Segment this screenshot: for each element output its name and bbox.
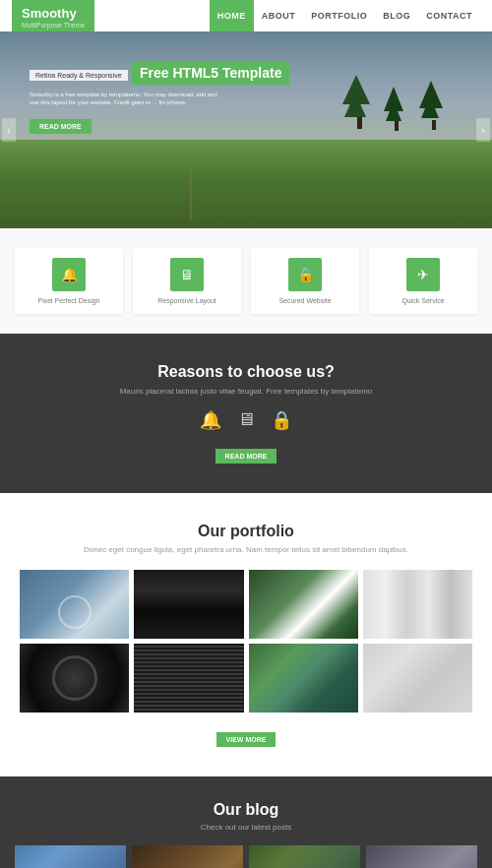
plane-icon: ✈ xyxy=(406,258,440,291)
feature-pixel-perfect: 🔔 Pixel Perfect Design xyxy=(15,248,123,314)
nav-portfolio[interactable]: PORTFOLIO xyxy=(303,0,375,31)
portfolio-item-1[interactable] xyxy=(20,570,129,639)
main-nav: HOME ABOUT PORTFOLIO BLOG CONTACT xyxy=(210,0,480,31)
reasons-readmore-button[interactable]: Read More xyxy=(215,449,277,464)
logo[interactable]: Smoothy MultiPurpose Theme xyxy=(12,0,94,31)
blog-thumb-4 xyxy=(366,845,477,868)
blog-card-1[interactable]: New Touring xyxy=(15,845,126,868)
reasons-monitor-icon: 🖥 xyxy=(237,409,255,431)
portfolio-item-2[interactable] xyxy=(134,570,243,639)
portfolio-viewmore-button[interactable]: View More xyxy=(216,732,277,747)
portfolio-section: Our portfolio Donec eget congue ligula, … xyxy=(0,493,492,776)
portfolio-item-5[interactable] xyxy=(20,644,129,713)
portfolio-title: Our portfolio xyxy=(20,523,472,540)
feature-label-1: Pixel Perfect Design xyxy=(20,297,118,304)
hero-tag: Retina Ready & Responsive xyxy=(30,70,128,81)
blog-grid: New Touring Coffee Shop Tea Time xyxy=(15,845,477,868)
portfolio-item-8[interactable] xyxy=(363,644,472,713)
hero-title: Free HTML5 Template xyxy=(132,61,289,85)
portfolio-item-6[interactable] xyxy=(134,644,243,713)
blog-subtitle: Check out our latest posts xyxy=(15,823,477,832)
blog-card-3[interactable]: Tea Time xyxy=(249,845,360,868)
hero-next-arrow[interactable]: › xyxy=(476,118,490,142)
portfolio-desc: Donec eget congue ligula, eget pharetra … xyxy=(20,545,472,554)
site-header: Smoothy MultiPurpose Theme HOME ABOUT PO… xyxy=(0,0,492,31)
nav-home[interactable]: HOME xyxy=(210,0,254,31)
logo-name: Smoothy xyxy=(22,6,77,21)
portfolio-item-4[interactable] xyxy=(363,570,472,639)
reasons-desc: Mauris placerat lacinia justo vitae feug… xyxy=(20,387,472,396)
features-section: 🔔 Pixel Perfect Design 🖥 Responsive Layo… xyxy=(0,228,492,334)
reasons-bell-icon: 🔔 xyxy=(200,409,221,431)
feature-responsive: 🖥 Responsive Layout xyxy=(133,248,241,314)
lock-icon: 🔒 xyxy=(288,258,322,291)
feature-label-2: Responsive Layout xyxy=(138,297,236,304)
blog-thumb-1 xyxy=(15,845,126,868)
nav-contact[interactable]: CONTACT xyxy=(418,0,480,31)
hero-prev-arrow[interactable]: ‹ xyxy=(2,118,16,142)
reasons-icons: 🔔 🖥 🔒 xyxy=(20,409,472,431)
blog-card-2[interactable]: Coffee Shop xyxy=(132,845,243,868)
portfolio-item-3[interactable] xyxy=(249,570,358,639)
feature-secured: 🔒 Secured Website xyxy=(251,248,359,314)
hero-section: Retina Ready & Responsive Free HTML5 Tem… xyxy=(0,31,492,228)
hero-content: Retina Ready & Responsive Free HTML5 Tem… xyxy=(30,61,289,134)
hero-readmore-button[interactable]: Read More xyxy=(30,119,92,134)
monitor-icon: 🖥 xyxy=(170,258,204,291)
hero-desc: Smoothy is a free template by templatemo… xyxy=(30,91,226,107)
reasons-title: Reasons to choose us? xyxy=(20,363,472,381)
blog-thumb-3 xyxy=(249,845,360,868)
bell-icon: 🔔 xyxy=(52,258,86,291)
feature-quick-service: ✈ Quick Service xyxy=(369,248,477,314)
nav-blog[interactable]: BLOG xyxy=(375,0,418,31)
nav-about[interactable]: ABOUT xyxy=(254,0,304,31)
logo-sub: MultiPurpose Theme xyxy=(22,22,85,29)
reasons-lock-icon: 🔒 xyxy=(271,409,292,431)
portfolio-grid xyxy=(20,570,472,713)
blog-card-4[interactable]: Mobile First xyxy=(366,845,477,868)
reasons-section: Reasons to choose us? Mauris placerat la… xyxy=(0,334,492,493)
blog-title: Our blog xyxy=(15,801,477,819)
feature-label-3: Secured Website xyxy=(256,297,354,304)
blog-thumb-2 xyxy=(132,845,243,868)
feature-label-4: Quick Service xyxy=(374,297,472,304)
blog-section: Our blog Check out our latest posts New … xyxy=(0,776,492,868)
view-more-wrap: View More xyxy=(20,728,472,747)
portfolio-item-7[interactable] xyxy=(249,644,358,713)
